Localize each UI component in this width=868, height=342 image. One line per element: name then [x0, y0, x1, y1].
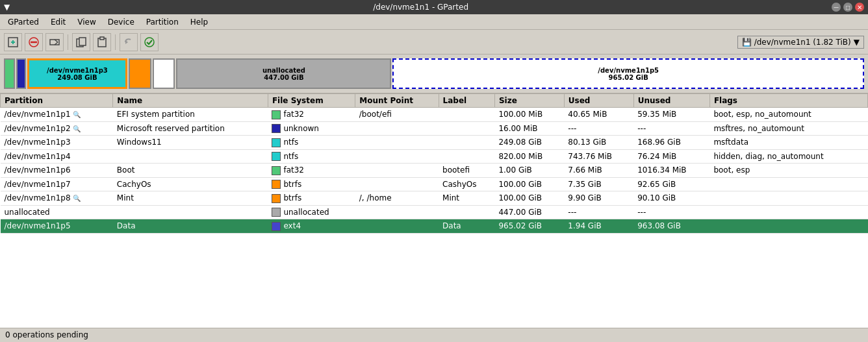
- app-menu-icon[interactable]: ▼: [4, 3, 10, 12]
- cell-partition: /dev/nvme1n1p4: [1, 149, 113, 164]
- cell-filesystem: fat32: [268, 108, 355, 122]
- disk-part-unalloc[interactable]: unallocated447.00 GiB: [176, 58, 391, 89]
- device-label: /dev/nvme1n1 (1.82 TiB): [754, 38, 851, 47]
- table-row[interactable]: /dev/nvme1n1p2 🔍Microsoft reserved parti…: [1, 121, 868, 136]
- cell-partition: /dev/nvme1n1p6: [1, 164, 113, 178]
- cell-used: 743.76 MiB: [564, 149, 633, 164]
- table-row[interactable]: /dev/nvme1n1p1 🔍EFI system partitionfat3…: [1, 108, 868, 122]
- cell-flags: [709, 177, 867, 191]
- col-header-partition[interactable]: Partition: [1, 94, 113, 108]
- disk-part-p4b[interactable]: [153, 58, 175, 89]
- cell-name: Windows11: [113, 136, 268, 150]
- cell-flags: msftres, no_automount: [709, 121, 867, 136]
- menu-item-gparted[interactable]: GParted: [3, 16, 44, 28]
- col-header-unused[interactable]: Unused: [633, 94, 709, 108]
- cell-filesystem: unknown: [268, 121, 355, 136]
- table-row[interactable]: /dev/nvme1n1p5Dataext4Data965.02 GiB1.94…: [1, 219, 868, 234]
- cell-mountpoint: [355, 121, 439, 136]
- cell-flags: boot, esp, no_automount: [709, 108, 867, 122]
- cell-label: [439, 149, 494, 164]
- col-header-mount-point[interactable]: Mount Point: [355, 94, 439, 108]
- copy-button[interactable]: [72, 33, 90, 51]
- status-text: 0 operations pending: [5, 330, 88, 339]
- disk-part-p4[interactable]: [129, 58, 151, 89]
- cell-flags: msftdata: [709, 136, 867, 150]
- fs-color-indicator: [272, 124, 281, 133]
- menu-item-view[interactable]: View: [72, 16, 101, 28]
- cell-mountpoint: /, /home: [355, 191, 439, 206]
- cell-used: 7.35 GiB: [564, 177, 633, 191]
- cell-mountpoint: [355, 205, 439, 219]
- cell-used: ---: [564, 205, 633, 219]
- table-row[interactable]: /dev/nvme1n1p6Bootfat32bootefi1.00 GiB7.…: [1, 164, 868, 178]
- table-row[interactable]: unallocatedunallocated447.00 GiB------: [1, 205, 868, 219]
- table-row[interactable]: /dev/nvme1n1p4ntfs820.00 MiB743.76 MiB76…: [1, 149, 868, 164]
- menu-item-partition[interactable]: Partition: [141, 16, 184, 28]
- cell-unused: 90.10 GiB: [633, 191, 709, 206]
- table-row[interactable]: /dev/nvme1n1p8 🔍Mintbtrfs/, /homeMint100…: [1, 191, 868, 206]
- col-header-file-system[interactable]: File System: [268, 94, 355, 108]
- delete-button[interactable]: [25, 33, 43, 51]
- cell-label: CashyOs: [439, 177, 494, 191]
- cell-mountpoint: [355, 136, 439, 150]
- fs-color-indicator: [272, 208, 281, 217]
- cell-size: 1.00 GiB: [494, 164, 564, 178]
- disk-part-label: /dev/nvme1n1p3: [47, 67, 108, 74]
- cell-used: 80.13 GiB: [564, 136, 633, 150]
- col-header-label[interactable]: Label: [439, 94, 494, 108]
- cell-name: Microsoft reserved partition: [113, 121, 268, 136]
- col-header-flags[interactable]: Flags: [709, 94, 867, 108]
- menu-item-edit[interactable]: Edit: [45, 16, 71, 28]
- apply-button[interactable]: [140, 33, 159, 51]
- separator-2: [115, 34, 116, 50]
- cell-label: [439, 108, 494, 122]
- table-container: PartitionNameFile SystemMount PointLabel…: [0, 93, 868, 328]
- cell-filesystem: ext4: [268, 219, 355, 234]
- cell-flags: hidden, diag, no_automount: [709, 149, 867, 164]
- col-header-size[interactable]: Size: [494, 94, 564, 108]
- cell-size: 100.00 GiB: [494, 191, 564, 206]
- new-button[interactable]: [4, 33, 22, 51]
- paste-button[interactable]: [93, 33, 111, 51]
- cell-unused: 963.08 GiB: [633, 219, 709, 234]
- disk-part-p1[interactable]: [4, 58, 15, 89]
- table-row[interactable]: /dev/nvme1n1p7CachyOsbtrfsCashyOs100.00 …: [1, 177, 868, 191]
- cell-filesystem: ntfs: [268, 136, 355, 150]
- disk-part-p2[interactable]: [16, 58, 26, 89]
- disk-part-p5[interactable]: /dev/nvme1n1p5965.02 GiB: [392, 58, 864, 89]
- cell-filesystem: unallocated: [268, 205, 355, 219]
- cell-partition: unallocated: [1, 205, 113, 219]
- cell-name: Mint: [113, 191, 268, 206]
- cell-size: 820.00 MiB: [494, 149, 564, 164]
- close-button[interactable]: ✕: [855, 3, 864, 12]
- resize-button[interactable]: [45, 33, 64, 51]
- cell-label: [439, 136, 494, 150]
- cell-size: 16.00 MiB: [494, 121, 564, 136]
- cell-name: CachyOs: [113, 177, 268, 191]
- disk-part-p3[interactable]: /dev/nvme1n1p3249.08 GiB: [27, 58, 127, 89]
- menu-item-device[interactable]: Device: [103, 16, 140, 28]
- titlebar-controls: ─ □ ✕: [832, 3, 864, 12]
- disk-part-sublabel: 447.00 GiB: [264, 74, 303, 81]
- search-icon: 🔍: [71, 111, 81, 118]
- table-row[interactable]: /dev/nvme1n1p3Windows11ntfs249.08 GiB80.…: [1, 136, 868, 150]
- undo-button[interactable]: [120, 33, 138, 51]
- minimize-button[interactable]: ─: [832, 3, 841, 12]
- fs-color-indicator: [272, 222, 281, 231]
- cell-filesystem: ntfs: [268, 149, 355, 164]
- col-header-used[interactable]: Used: [564, 94, 633, 108]
- fs-color-indicator: [272, 138, 281, 147]
- cell-unused: 59.35 MiB: [633, 108, 709, 122]
- cell-partition: /dev/nvme1n1p3: [1, 136, 113, 150]
- cell-filesystem: fat32: [268, 164, 355, 178]
- device-selector[interactable]: 💾 /dev/nvme1n1 (1.82 TiB) ▼: [737, 36, 864, 49]
- cell-label: bootefi: [439, 164, 494, 178]
- col-header-name[interactable]: Name: [113, 94, 268, 108]
- maximize-button[interactable]: □: [843, 3, 852, 12]
- titlebar-title: /dev/nvme1n1 - GParted: [10, 3, 832, 12]
- cell-mountpoint: [355, 219, 439, 234]
- disk-part-sublabel: 249.08 GiB: [57, 74, 97, 81]
- cell-label: Mint: [439, 191, 494, 206]
- menu-item-help[interactable]: Help: [185, 16, 213, 28]
- cell-label: [439, 205, 494, 219]
